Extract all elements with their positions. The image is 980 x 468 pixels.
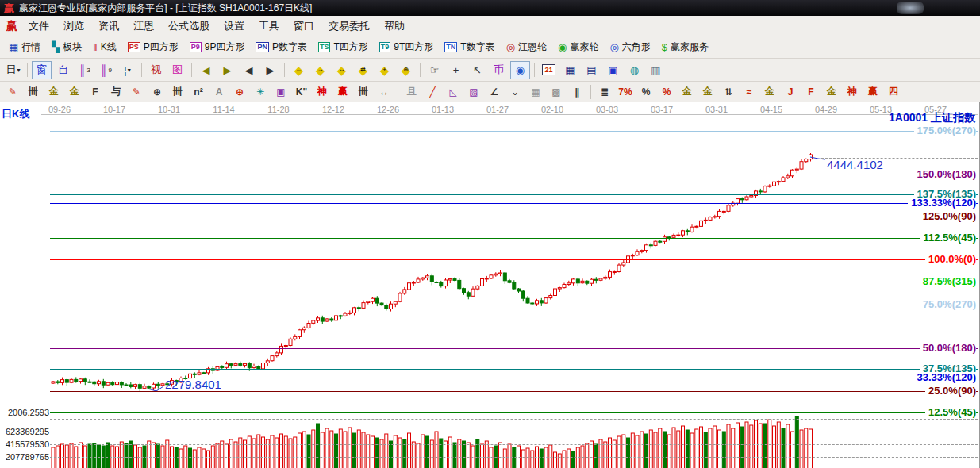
gold-grid-tool-2[interactable]: 金 <box>65 84 84 99</box>
diamond-shift-left[interactable]: ◆← <box>289 61 309 79</box>
percent7-tool[interactable]: 7% <box>616 84 635 99</box>
j-angle-tool[interactable]: J <box>781 84 800 99</box>
win-angle-tool[interactable]: 赢 <box>863 84 882 99</box>
toolbar-item-winner-wheel[interactable]: ◉赢家轮 <box>552 38 604 56</box>
hand-tool[interactable]: ☞ <box>425 61 444 79</box>
mirror-tool[interactable]: A <box>209 84 229 99</box>
menu-item-3[interactable]: 江恩 <box>126 19 161 33</box>
skip-last-button[interactable]: ▶ <box>217 61 237 79</box>
bars9-tool[interactable]: ║9 <box>96 61 116 79</box>
menu-logo-icon: 赢 <box>2 19 21 33</box>
pen-tool[interactable]: ✎ <box>3 84 22 99</box>
k-quote-tool[interactable]: K" <box>292 84 311 99</box>
gold-angle-tool[interactable]: 金 <box>760 84 779 99</box>
red-pen-tool[interactable]: ✎ <box>127 84 146 99</box>
prev-button[interactable]: ◀ <box>239 61 259 79</box>
menu-item-2[interactable]: 资讯 <box>91 19 126 33</box>
period-selector[interactable]: 日▾ <box>3 61 23 79</box>
clipboard-tool[interactable]: 自 <box>53 61 73 79</box>
menu-item-4[interactable]: 公式选股 <box>161 19 217 33</box>
toolbar-item-9t-square[interactable]: T99T四方形 <box>374 38 440 56</box>
diamond-zoom-full[interactable]: ◆⊕ <box>396 61 416 79</box>
toolbar-item-p-square[interactable]: PSP四方形 <box>122 38 184 56</box>
notes-button[interactable]: ▤ <box>582 61 601 79</box>
f-grid-tool[interactable]: F <box>86 84 105 99</box>
skip-first-button[interactable]: ◀ <box>196 61 216 79</box>
shen-angle-tool[interactable]: 神 <box>843 84 862 99</box>
menu-item-5[interactable]: 设置 <box>217 19 252 33</box>
pen-updown-tool[interactable]: ⇅ <box>719 84 738 99</box>
toolbar-item-gann-wheel[interactable]: ◎江恩轮 <box>501 38 552 56</box>
gann-circle-tool[interactable]: ⊕ <box>230 84 249 99</box>
crosshair-tool[interactable]: + <box>446 61 466 79</box>
bars3-tool[interactable]: ║3 <box>75 61 94 79</box>
gold-circle-tool[interactable]: 金 <box>678 84 697 99</box>
scale-123-tool[interactable]: ≣ <box>595 84 614 99</box>
toolbar-item-kline[interactable]: ‖K线 <box>87 38 121 56</box>
toolbar-item-quotes[interactable]: ▦行情 <box>3 38 46 56</box>
box-measure-tool[interactable]: 且 <box>402 84 421 99</box>
gold-line-tool[interactable]: 金 <box>698 84 717 99</box>
diamond-expand-h-icon: ◆↔ <box>337 64 347 76</box>
fan-red-tool[interactable]: ╱ <box>423 84 442 99</box>
color-chart-tool[interactable]: 图 <box>167 61 187 79</box>
span-arrow-tool[interactable]: ↔ <box>375 84 394 99</box>
pointer-tool[interactable]: ↖ <box>467 61 487 79</box>
menu-item-9[interactable]: 帮助 <box>377 19 412 33</box>
time-trellis-tool[interactable]: 卌 <box>168 84 187 99</box>
dense-grid-tool[interactable]: ▦ <box>526 84 545 99</box>
fan-purple-tool[interactable]: ◺ <box>444 84 463 99</box>
smart-analysis-tool[interactable]: ◉ <box>510 61 530 79</box>
percent-tool[interactable]: % <box>636 84 655 99</box>
win-tool[interactable]: 赢 <box>333 84 352 99</box>
menu-item-0[interactable]: 文件 <box>21 19 56 33</box>
cycle-circle-tool[interactable]: ⊕ <box>148 84 167 99</box>
diamond-shift-right[interactable]: ◆→ <box>310 61 330 79</box>
toolbar-item-t-number-table[interactable]: TNT数字表 <box>439 38 500 56</box>
square-web-tool[interactable]: ▣ <box>271 84 290 99</box>
angle-lines-tool[interactable]: ∠ <box>485 84 504 99</box>
toolbar-item-p-number-table[interactable]: PNP数字表 <box>250 38 313 56</box>
spider-web-tool[interactable]: ✳ <box>251 84 270 99</box>
zigzag-tool[interactable]: ⌄ <box>505 84 525 99</box>
n-square-tool[interactable]: n² <box>189 84 208 99</box>
toolbar-item-winner-service[interactable]: $赢家服务 <box>656 38 714 56</box>
menu-item-7[interactable]: 窗口 <box>286 19 321 33</box>
diamond-expand-h[interactable]: ◆↔ <box>332 61 352 79</box>
gold-grid-tool-1[interactable]: 金 <box>44 84 63 99</box>
toolbar-item-sectors[interactable]: ▚板块 <box>46 38 87 56</box>
gold-angle2-tool[interactable]: 金 <box>822 84 841 99</box>
zoom-window-tool[interactable]: 窗 <box>32 61 52 79</box>
computer-button[interactable]: ▥ <box>646 61 666 79</box>
calculator-button[interactable]: ▦ <box>560 61 580 79</box>
shen-tool[interactable]: 神 <box>313 84 332 99</box>
toolbar-item-9p-square[interactable]: P99P四方形 <box>184 38 251 56</box>
parallel-lines-tool[interactable]: ∥ <box>567 84 586 99</box>
next-button[interactable]: ▶ <box>260 61 280 79</box>
volume-grid-line-0 <box>50 419 978 420</box>
menu-item-1[interactable]: 浏览 <box>56 19 91 33</box>
percent-line-tool[interactable]: % <box>657 84 676 99</box>
f-angle-tool[interactable]: F <box>801 84 821 99</box>
trellis-tool[interactable]: 卌 <box>24 84 43 99</box>
web-button[interactable]: ◍ <box>625 61 644 79</box>
grid-box-tool[interactable]: ▩ <box>547 84 566 99</box>
calendar-button[interactable]: 21 <box>539 61 559 79</box>
spiral-tool[interactable]: 与 <box>106 84 125 99</box>
wave-line-tool[interactable]: ≈ <box>740 84 759 99</box>
diamond-shrink-h[interactable]: ◆⇄ <box>353 61 373 79</box>
count-trellis-tool[interactable]: 卌 <box>354 84 373 99</box>
chart-area[interactable]: 日K线 1A0001 上证指数 4444.4102 2279.8401 175.… <box>0 102 980 468</box>
candle-style-selector[interactable]: ¦▾ <box>117 61 137 79</box>
toolbar-item-hexagon[interactable]: ◎六角形 <box>604 38 655 56</box>
save-button[interactable]: ▣ <box>603 61 623 79</box>
si-angle-tool[interactable]: 四 <box>884 84 903 99</box>
gann-dictionary-tool[interactable]: 币 <box>489 61 509 79</box>
menu-item-8[interactable]: 交易委托 <box>321 19 377 33</box>
diamond-expand-all[interactable]: ◆+ <box>375 61 394 79</box>
toolbar-item-t-square[interactable]: TST四方形 <box>313 38 374 56</box>
menu-item-6[interactable]: 工具 <box>252 19 286 33</box>
notes-button-icon: ▤ <box>586 64 596 76</box>
kline-view-tool[interactable]: 视 <box>146 61 166 79</box>
box-purple-tool[interactable]: ▨ <box>464 84 483 99</box>
